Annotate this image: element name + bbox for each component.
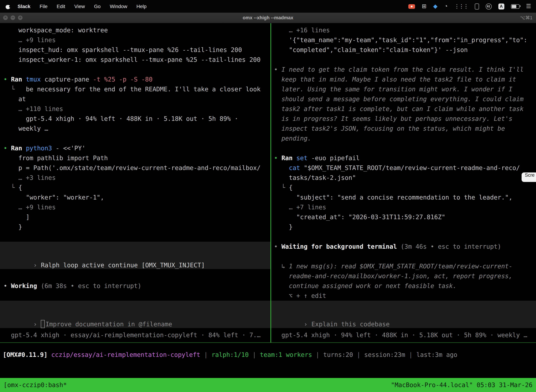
text-segment [22, 76, 26, 83]
composer-placeholder: Improve documentation in @filename [46, 321, 172, 328]
terminal-line: at [4, 94, 26, 104]
grid-icon[interactable]: ⊞ [422, 4, 427, 9]
terminal-line: … +9 lines [4, 35, 56, 45]
text-segment: '{"team_name":"my-team","task_id":"1","f… [274, 37, 527, 44]
text-segment: 1 new msg(s): read $OMX_TEAM_STATE_ROOT/… [289, 263, 512, 270]
text-segment: … +7 lines [274, 204, 326, 211]
text-segment: Ran [11, 145, 22, 152]
menu-go[interactable]: Go [90, 4, 105, 9]
inject-banner: ›Ralph loop active continue [OMX_TMUX_IN… [0, 242, 270, 269]
composer-input-right[interactable]: ›Explain this codebase [271, 301, 536, 328]
menu-window[interactable]: Window [105, 4, 132, 9]
text-segment: • [4, 145, 7, 152]
window-title-bar[interactable]: omx --xhigh --madmax ⌥⌘1 [0, 13, 536, 23]
terminal-line: "created_at": "2026-03-31T11:59:27.816Z" [274, 212, 445, 222]
text-segment: | [200, 351, 211, 358]
text-segment: ↳ [274, 263, 289, 270]
terminal-line: weekly … [4, 124, 48, 134]
text-segment: gpt-5.4 xhigh · 94% left · 488K in · 5.1… [274, 331, 527, 339]
text-segment: • [274, 66, 281, 73]
text-segment: tmux [26, 76, 41, 83]
text-segment: [OMX#0.11.9] [3, 351, 48, 358]
text-cursor [41, 320, 45, 328]
text-segment: { [289, 184, 293, 191]
text-segment [274, 76, 281, 83]
terminal-line: • Ran set -euo pipefail [274, 153, 360, 163]
menu-lines-icon[interactable]: ☰ [526, 4, 531, 9]
text-segment: "$OMX_TEAM_STATE_ROOT/team/review-curren… [300, 164, 520, 171]
menu-app-name[interactable]: Slack [13, 4, 35, 9]
terminal-line: • Ran python3 - <<'PY' [4, 143, 86, 153]
battery-icon[interactable] [511, 4, 519, 9]
text-segment [274, 86, 281, 93]
input-source-icon[interactable]: A [498, 3, 504, 9]
text-segment: Ran [281, 154, 293, 162]
terminal-line: … +9 lines [4, 202, 56, 212]
tmux-pane-right[interactable]: … +16 lines '{"team_name":"my-team","tas… [271, 23, 536, 342]
text-segment: └ [274, 184, 289, 191]
text-segment [274, 282, 289, 289]
text-segment: Working [11, 282, 37, 289]
text-segment: … +110 lines [4, 105, 63, 112]
text-segment: … +9 lines [4, 37, 56, 44]
text-segment: continue assigned work or next feasible … [289, 282, 456, 289]
text-segment: gpt-5.4 xhigh · essay/ai-reimplementatio… [4, 331, 261, 339]
menu-help[interactable]: Help [132, 4, 151, 9]
text-segment: cat [289, 164, 300, 171]
text-segment: pending. [281, 135, 311, 142]
text-segment: capture-pane [41, 76, 93, 83]
text-segment [274, 164, 289, 171]
screen-recording-icon[interactable] [408, 4, 415, 9]
raycast-icon[interactable]: ◆ [433, 4, 438, 9]
terminal-line: … +16 lines [274, 25, 330, 35]
terminal-line: … +7 lines [274, 202, 326, 212]
menu-view[interactable]: View [70, 4, 90, 9]
menu-bar-status: ⊞ ◆ ◔ ⋮⋮⋮ 61 A ☰ [408, 3, 536, 9]
text-segment: from pathlib import Path [4, 154, 108, 162]
menu-file[interactable]: File [35, 4, 52, 9]
battery-percent-badge[interactable]: 61 [486, 3, 492, 9]
text-segment: ] [4, 214, 29, 221]
text-segment [7, 76, 11, 83]
text-segment [37, 282, 41, 289]
terminal-line: is in progress? It seems likely but perh… [274, 114, 512, 124]
text-segment: - <<'PY' [52, 145, 86, 152]
composer-input-left[interactable]: ›Improve documentation in @filename [0, 301, 270, 328]
horizontal-pane-divider [0, 342, 536, 343]
terminal-line: gpt-5.4 xhigh · 94% left · 488K in · 5.1… [274, 330, 527, 340]
text-segment: inspect_worker-1: omx sparkshell --tmux-… [4, 56, 261, 63]
text-segment: keep that in mind. Maybe I also need the… [281, 76, 516, 83]
terminal-line: p = Path('.omx/state/team/review-current… [4, 163, 261, 173]
tmux-pane-left[interactable]: workspace_mode: worktree … +9 lines insp… [0, 23, 270, 342]
tmux-session-window[interactable]: [omx-cczip0:bash* [4, 382, 67, 388]
terminal-line: workspace_mode: worktree [4, 25, 108, 35]
phone-mirroring-icon[interactable] [475, 3, 479, 9]
text-segment: tasks/task-2.json" [274, 174, 356, 181]
text-segment: python3 [26, 145, 52, 152]
tmux-status-bar: [omx-cczip0:bash* "MacBook-Pro-44.local"… [0, 378, 536, 392]
terminal-line: • Ran tmux capture-pane -t %25 -p -S -80 [4, 75, 153, 84]
apps-grid-icon[interactable]: ⋮⋮⋮ [454, 3, 468, 9]
terminal-line: gpt-5.4 xhigh · 94% left · 488K in · 5.1… [4, 114, 238, 124]
terminal-line: … +110 lines [4, 104, 63, 114]
text-segment: ⌥ + ↑ edit [289, 292, 326, 299]
text-segment: "completed","claim_token":"claim-token"}… [274, 46, 468, 53]
text-segment: (6m 38s • esc to interrupt) [41, 282, 141, 289]
terminal-line: from pathlib import Path [4, 153, 108, 163]
screen-share-overlay: Scre [522, 173, 536, 182]
text-segment: Ran [11, 76, 22, 83]
text-segment [293, 154, 296, 162]
text-segment [274, 125, 281, 132]
apple-menu-icon[interactable] [6, 4, 10, 9]
browser-icon[interactable]: ◔ [444, 4, 448, 9]
text-segment: | [353, 351, 364, 358]
terminal-line: readme-and-reco/mailbox/worker-1.json, a… [274, 271, 512, 281]
menu-edit[interactable]: Edit [52, 4, 70, 9]
text-segment: … +3 lines [4, 174, 56, 181]
text-segment [278, 154, 281, 162]
text-segment: readme-and-reco/mailbox/worker-1.json, a… [289, 273, 512, 280]
terminal-line: keep that in mind. Maybe I also need the… [274, 75, 516, 84]
text-segment: p = Path('.omx/state/team/review-current… [4, 164, 261, 171]
window-title: omx --xhigh --madmax [0, 15, 536, 20]
text-segment [274, 115, 281, 122]
